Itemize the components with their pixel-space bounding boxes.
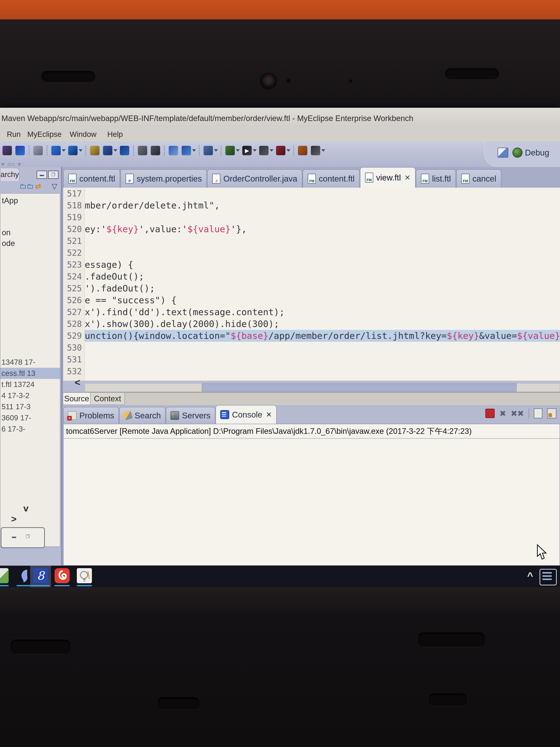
horizontal-scrollbar[interactable] [85,383,560,392]
run-play-icon-dropdown[interactable] [253,149,257,152]
collapse-all-icon[interactable]: 🗀🗀 [19,182,34,190]
code-line-529[interactable]: unction(){window.location="${base}/app/m… [85,330,560,342]
coverage-icon[interactable] [276,146,285,155]
menu-run[interactable]: Run [7,130,21,138]
code-line-525[interactable]: ').fadeOut(); [85,282,560,294]
file-row[interactable]: 511 17-3 [0,401,60,412]
editor-tab-content-ftl[interactable]: FMcontent.ftl [63,169,120,188]
debug-bug-icon-dropdown[interactable] [236,149,240,152]
code-line-517[interactable] [85,188,560,200]
tab-source[interactable]: Source [63,393,90,405]
link-with-editor-icon[interactable]: ⇄ [35,182,41,190]
code-line-527[interactable]: x').find('dd').text(message.content); [85,306,560,318]
doodle-app-icon[interactable] [77,568,92,583]
junit-icon[interactable] [298,146,307,155]
code-line-531[interactable] [85,354,560,365]
file-row[interactable]: cess.ftl 13 [0,368,60,379]
deploy-icon[interactable] [138,146,147,155]
refresh-icon-dropdown[interactable] [321,149,325,152]
code-line-528[interactable]: x').show(300).delay(2000).hide(300); [85,318,560,330]
scroll-down-chevron-icon[interactable]: v [23,503,29,514]
tab-context[interactable]: Context [90,393,125,405]
editor-tab-content-ftl[interactable]: FMcontent.ftl [302,169,359,188]
tree-item[interactable]: tApp [2,196,18,205]
coverage-icon-dropdown[interactable] [287,149,290,152]
show-hidden-icons-chevron[interactable]: ^ [527,570,533,582]
code-line-520[interactable]: ey:'${key}',value:'${value}'}, [85,223,560,235]
new-class-icon-dropdown[interactable] [79,149,83,152]
dolphin-app-icon[interactable] [17,568,32,583]
refresh-icon[interactable] [311,146,320,155]
new-class-icon[interactable] [68,146,78,155]
file-row[interactable]: t.ftl 13724 [0,379,60,390]
code-editor[interactable]: 5175185195205215225235245255265275285295… [63,188,560,381]
horizontal-scrollbar-thumb[interactable] [202,384,516,391]
browser-icon[interactable] [182,146,191,155]
code-line-524[interactable]: .fadeOut(); [85,271,560,282]
menu-myeclipse[interactable]: MyEclipse [27,130,61,138]
editor-tab-view-ftl[interactable]: FMview.ftl✕ [360,167,416,188]
minimize-view-icon[interactable]: ▬ [36,171,47,179]
java-editor-icon[interactable] [51,146,61,155]
remove-all-launches-icon[interactable]: ✖✖ [511,409,524,418]
netease-music-icon[interactable] [55,568,70,583]
notification-center-icon[interactable] [539,569,557,585]
hierarchy-view-tab[interactable]: archy [0,168,19,181]
scroll-lock-icon[interactable] [547,408,556,418]
editor-tab-OrderController-java[interactable]: JOrderController.java [207,169,302,188]
code-text-area[interactable]: mber/order/delete.jhtml",ey:'${key}',val… [85,188,560,381]
tree-item[interactable]: on [2,228,10,237]
profile-icon-dropdown[interactable] [270,149,273,152]
menu-window[interactable]: Window [70,130,97,138]
view-tab-search[interactable]: Search [119,407,165,424]
save-icon[interactable] [33,146,43,155]
profile-icon[interactable] [259,146,268,155]
new-wizard-icon[interactable] [2,146,12,155]
package-icon[interactable] [90,146,100,155]
code-line-518[interactable]: mber/order/delete.jhtml", [85,200,560,211]
panel-divider[interactable] [61,167,63,566]
run-play-icon[interactable]: ▶ [242,146,251,155]
jar-icon-dropdown[interactable] [113,149,117,152]
remove-launch-icon[interactable]: ✖ [499,409,506,418]
editor-tab-cancel[interactable]: FMcancel [456,169,501,188]
java-editor-icon-dropdown[interactable] [62,149,66,152]
console-view[interactable]: tomcat6Server [Remote Java Application] … [63,424,560,566]
browser-icon-dropdown[interactable] [192,149,196,152]
file-row[interactable]: 6 17-3- [0,423,60,435]
debug-bug-icon[interactable] [225,146,235,155]
close-view-icon[interactable]: ✕ [266,411,272,419]
code-line-530[interactable] [85,342,560,354]
jar-icon[interactable] [103,146,112,155]
maximize-view-icon[interactable]: ❐ [48,171,58,179]
terminate-icon[interactable] [485,409,495,418]
code-line-532[interactable] [85,365,560,377]
code-line-519[interactable] [85,211,560,223]
code-line-526[interactable]: e == "success") { [85,294,560,306]
code-line-522[interactable] [85,247,560,259]
file-row[interactable]: 4 17-3-2 [0,390,60,401]
editor-tab-list-ftl[interactable]: FMlist.ftl [416,169,456,188]
restore-view-icon[interactable]: ❐ [23,533,32,540]
view-tab-console[interactable]: Console✕ [216,405,276,424]
editor-tab-system-properties[interactable]: Psystem.properties [121,169,207,188]
close-tab-icon[interactable]: ✕ [405,174,411,182]
tree-item[interactable]: ode [2,239,15,248]
report-icon[interactable] [204,146,213,155]
web-globe-icon[interactable] [120,146,129,155]
menu-help[interactable]: Help [107,130,123,138]
code-line-521[interactable] [85,235,560,247]
server-sync-icon[interactable] [151,146,160,155]
minimize-view-icon[interactable]: ▬ [9,533,19,540]
table-icon[interactable] [169,146,178,155]
desktop-preview-icon[interactable] [0,568,9,583]
view-tab-servers[interactable]: Servers [166,407,215,424]
file-row[interactable]: 3609 17- [0,412,60,423]
debug-perspective-button[interactable]: Debug [498,148,549,158]
report-icon-dropdown[interactable] [214,149,218,152]
window-titlebar[interactable]: Maven Webapp/src/main/webapp/WEB-INF/tem… [0,108,560,128]
view-tab-problems[interactable]: Problems [63,407,119,424]
file-row[interactable]: 13478 17- [0,357,60,368]
open-type-icon[interactable] [16,146,25,155]
eight-app-icon[interactable]: 8 [33,568,48,583]
